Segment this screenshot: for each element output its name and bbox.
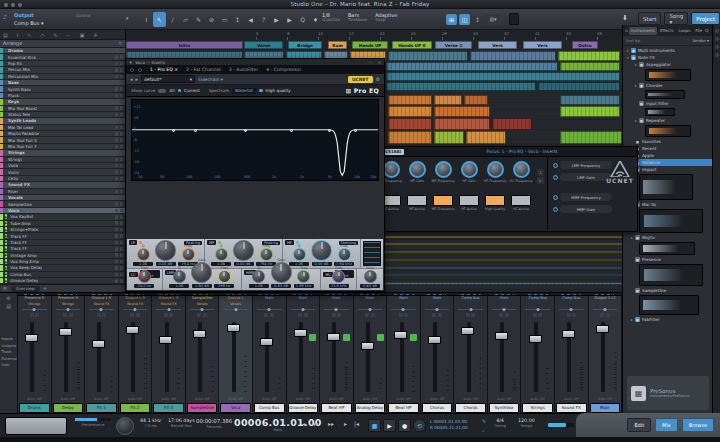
record-arm-button[interactable] bbox=[41, 334, 48, 341]
activate-icon[interactable] bbox=[138, 68, 142, 72]
channel-name[interactable]: Voca bbox=[220, 403, 251, 413]
automation-play-badge[interactable]: ▶ bbox=[5, 234, 7, 239]
metronome-icon[interactable]: ♩ bbox=[482, 427, 484, 433]
io-bus-select[interactable]: Comp Bus ▾ bbox=[14, 20, 44, 26]
track-list-menu-icon[interactable]: ≡ bbox=[118, 41, 122, 46]
knob-value[interactable]: 1.06 bbox=[169, 284, 189, 288]
edit-tool-icon[interactable]: ∿ bbox=[27, 32, 31, 38]
chevron-down-icon[interactable]: ▾ bbox=[44, 286, 46, 291]
eq-band-handle[interactable] bbox=[194, 129, 197, 132]
track-mute-solo[interactable] bbox=[115, 62, 124, 66]
arranger-section[interactable]: Intro bbox=[126, 41, 243, 49]
preset-select[interactable]: default*▾ bbox=[141, 75, 195, 83]
browser-tab[interactable]: Instruments bbox=[629, 27, 657, 35]
loop-range-display[interactable]: L 00001.01.01.00 R 00005.21.21.00 bbox=[430, 419, 468, 431]
pan-control[interactable] bbox=[223, 307, 248, 311]
audio-clip[interactable] bbox=[464, 95, 488, 105]
play-button[interactable]: ▶ bbox=[383, 419, 396, 432]
insert-tab[interactable]: 1 - Pro EQ × bbox=[146, 67, 182, 72]
audio-clip[interactable] bbox=[560, 131, 622, 144]
eq-knob[interactable] bbox=[364, 270, 377, 283]
record-arm-button[interactable] bbox=[175, 334, 182, 341]
eq-knob[interactable] bbox=[191, 262, 212, 283]
browser-item-row[interactable]: ▦ SampleOne bbox=[623, 287, 712, 294]
mute-solo-buttons[interactable] bbox=[387, 312, 420, 318]
record-arm-button[interactable] bbox=[343, 334, 350, 341]
pan-control[interactable] bbox=[425, 307, 450, 311]
pan-control[interactable] bbox=[593, 307, 618, 311]
next-marker-button[interactable]: ▸ bbox=[344, 420, 347, 427]
browser-item-row[interactable]: ▸ ▦ Multi Instruments bbox=[623, 47, 712, 54]
window-controls[interactable] bbox=[4, 3, 22, 7]
fader-handle[interactable] bbox=[562, 330, 575, 338]
mixer-sidebar-item[interactable]: Outputs bbox=[0, 344, 17, 348]
fader-handle[interactable] bbox=[361, 342, 374, 350]
autoscroll-icon[interactable]: ↕ bbox=[472, 14, 483, 25]
mute-solo-buttons[interactable] bbox=[219, 312, 252, 318]
track-mute-solo[interactable] bbox=[115, 170, 124, 174]
channel-name[interactable]: Beat HP bbox=[388, 403, 419, 413]
mixer-channel[interactable]: Output 1+2 Auto: Off Main bbox=[589, 293, 623, 414]
secondary-time-display[interactable]: 00:00:07.386 Seconds bbox=[196, 418, 232, 429]
browser-tab[interactable]: Effects bbox=[658, 27, 676, 35]
tool-button[interactable]: ? bbox=[257, 12, 270, 27]
mute-solo-buttons[interactable] bbox=[18, 312, 51, 318]
browser-tab[interactable]: Loops bbox=[677, 27, 693, 35]
eq-graph[interactable]: +12+60-6-12-18-24 20501002005001k2k5k10k… bbox=[131, 99, 379, 181]
track-mute-solo[interactable] bbox=[115, 228, 124, 232]
mute-solo-buttons[interactable] bbox=[454, 312, 487, 318]
band-led[interactable] bbox=[218, 241, 221, 244]
audio-clip[interactable] bbox=[385, 243, 622, 245]
ucnet-knob[interactable] bbox=[435, 161, 452, 178]
automation-mode-label[interactable]: Auto: Off bbox=[521, 397, 554, 401]
automation-mode-label[interactable]: Auto: Off bbox=[421, 397, 454, 401]
track-mute-solo[interactable] bbox=[115, 177, 124, 181]
tool-button[interactable]: ✎ bbox=[192, 12, 205, 27]
mixer-sidebar-icon[interactable]: ⚙ bbox=[0, 295, 17, 301]
eq-band-handle[interactable] bbox=[244, 129, 247, 132]
mixer-channel[interactable]: Main Auto: Off Analog Delay bbox=[354, 293, 388, 414]
rewind-button[interactable]: ◂◂ bbox=[312, 420, 318, 427]
eq-knob[interactable] bbox=[252, 270, 265, 283]
automation-mode-label[interactable]: Auto: Off bbox=[219, 397, 252, 401]
automation-play-badge[interactable]: ▶ bbox=[5, 278, 7, 283]
automation-mode-label[interactable]: Auto: Off bbox=[253, 397, 286, 401]
automation-mode-label[interactable]: Auto: Off bbox=[52, 397, 85, 401]
audio-clip[interactable] bbox=[385, 236, 622, 238]
channel-name[interactable]: SampleOne bbox=[187, 403, 218, 413]
touch-pad-display[interactable] bbox=[5, 417, 67, 435]
browser-item-row[interactable]: ▦ Favorites bbox=[623, 138, 712, 145]
timebase-select[interactable]: Bars Timebase bbox=[348, 12, 367, 23]
record-arm-button[interactable] bbox=[108, 334, 115, 341]
record-button[interactable]: ● bbox=[398, 419, 411, 432]
tool-button[interactable]: ▭ bbox=[218, 12, 231, 27]
audio-clip[interactable] bbox=[388, 131, 432, 144]
automation-play-badge[interactable]: ▶ bbox=[5, 272, 7, 277]
track-mute-solo[interactable] bbox=[115, 196, 124, 200]
tool-button[interactable]: ▶ bbox=[283, 12, 296, 27]
arranger-section[interactable]: Verse bbox=[244, 41, 283, 49]
ucnet-pad[interactable] bbox=[433, 195, 453, 206]
knob-value[interactable]: 0.63 dB bbox=[271, 284, 291, 288]
mixer-channel[interactable]: Main Auto: Off Chorus bbox=[421, 293, 455, 414]
view-switch-button[interactable]: Edit bbox=[627, 418, 651, 432]
gain-auto-checkbox[interactable]: Auto bbox=[363, 286, 371, 290]
track-mute-solo[interactable] bbox=[115, 49, 124, 53]
track-mute-solo[interactable] bbox=[115, 202, 124, 206]
band-mode-select[interactable]: Peaking bbox=[262, 241, 280, 245]
eq-knob[interactable] bbox=[297, 270, 310, 283]
tool-button[interactable]: ↖ bbox=[153, 12, 166, 27]
ucnet-knob[interactable] bbox=[461, 161, 478, 178]
sort-select[interactable]: Vendor ▾ bbox=[693, 38, 709, 43]
track-mute-solo[interactable] bbox=[115, 241, 124, 245]
audio-clip[interactable] bbox=[560, 62, 620, 71]
fader-handle[interactable] bbox=[461, 327, 474, 335]
audio-clip[interactable] bbox=[470, 51, 556, 61]
audio-clip[interactable] bbox=[386, 72, 620, 81]
ucnet-param-row[interactable]: HMF-Frequency bbox=[553, 193, 612, 201]
audio-clip[interactable] bbox=[560, 106, 620, 117]
plugin-thumbnail[interactable] bbox=[645, 108, 675, 116]
channel-name[interactable]: Sound FX bbox=[556, 403, 587, 413]
automation-mode-label[interactable]: Auto: Off bbox=[119, 397, 152, 401]
track-mute-solo[interactable] bbox=[115, 132, 124, 136]
